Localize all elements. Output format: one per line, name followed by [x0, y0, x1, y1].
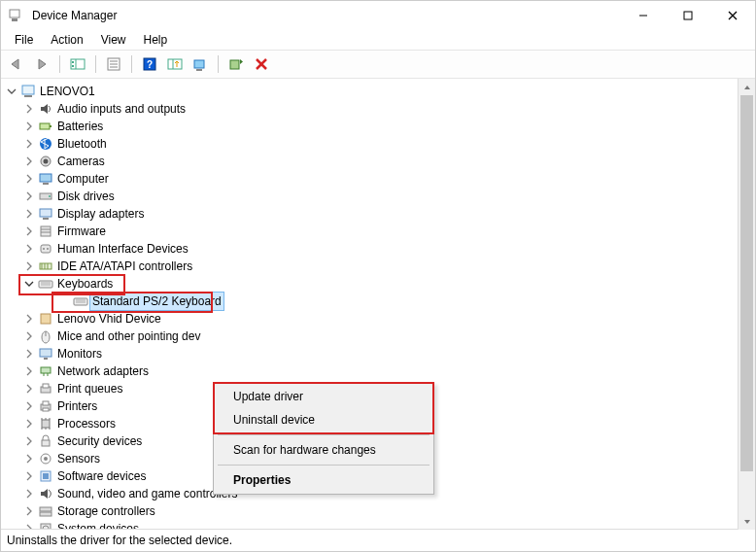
- menu-help[interactable]: Help: [136, 32, 176, 48]
- chevron-right-icon[interactable]: [22, 155, 36, 168]
- tree-node[interactable]: IDE ATA/ATAPI controllers: [5, 258, 738, 275]
- enable-device-button[interactable]: [224, 52, 248, 76]
- tree-node-label: Keyboards: [57, 275, 113, 293]
- chevron-down-icon[interactable]: [22, 277, 36, 291]
- svg-rect-19: [196, 69, 202, 71]
- chevron-right-icon[interactable]: [22, 522, 36, 530]
- tree-node[interactable]: Bluetooth: [5, 135, 738, 153]
- tree-node-label: Mice and other pointing dev: [57, 328, 200, 345]
- tree-node[interactable]: System devices: [5, 520, 738, 530]
- vertical-scrollbar[interactable]: [738, 79, 755, 530]
- chevron-right-icon[interactable]: [22, 259, 36, 273]
- chevron-right-icon[interactable]: [22, 207, 36, 221]
- chevron-right-icon[interactable]: [22, 312, 36, 326]
- printq-icon: [38, 381, 53, 397]
- svg-point-33: [49, 195, 51, 197]
- svg-point-40: [43, 248, 45, 250]
- scroll-thumb[interactable]: [740, 95, 753, 471]
- tree-node-label: Sound, video and game controllers: [57, 485, 237, 502]
- drive-icon: [38, 189, 53, 204]
- context-update-driver[interactable]: Update driver: [216, 385, 431, 408]
- sensor-icon: [38, 451, 53, 466]
- scroll-up-button[interactable]: [739, 79, 755, 95]
- chevron-right-icon[interactable]: [22, 190, 36, 203]
- scan-hardware-button[interactable]: [189, 52, 212, 76]
- chevron-right-icon[interactable]: [22, 382, 36, 396]
- close-button[interactable]: [710, 1, 755, 30]
- chevron-right-icon[interactable]: [22, 242, 36, 256]
- mouse-icon: [38, 328, 53, 344]
- camera-icon: [38, 154, 53, 169]
- tree-node[interactable]: Batteries: [5, 118, 738, 135]
- computer-icon: [20, 84, 36, 99]
- menu-view[interactable]: View: [93, 32, 134, 48]
- show-hide-tree-button[interactable]: [66, 52, 89, 76]
- chevron-right-icon[interactable]: [22, 487, 36, 500]
- menu-file[interactable]: File: [7, 32, 41, 48]
- chevron-right-icon[interactable]: [22, 417, 36, 431]
- tree-node-label: Lenovo Vhid Device: [57, 310, 161, 328]
- menu-action[interactable]: Action: [43, 32, 90, 48]
- svg-rect-72: [42, 440, 50, 446]
- svg-rect-79: [41, 524, 51, 530]
- tree-node[interactable]: Audio inputs and outputs: [5, 100, 738, 118]
- chevron-right-icon[interactable]: [22, 329, 36, 343]
- chevron-right-icon[interactable]: [22, 172, 36, 186]
- tree-node-label: Monitors: [57, 345, 102, 362]
- tree-node[interactable]: Computer: [5, 170, 738, 188]
- tree-node[interactable]: Firmware: [5, 223, 738, 240]
- tree-node-label: System devices: [57, 520, 139, 530]
- chevron-right-icon[interactable]: [22, 224, 36, 238]
- tree-node[interactable]: Mice and other pointing dev: [5, 328, 738, 345]
- svg-rect-56: [44, 358, 48, 360]
- tree-node[interactable]: Display adapters: [5, 205, 738, 223]
- menubar: File Action View Help: [1, 30, 755, 50]
- bluetooth-icon: [38, 136, 53, 152]
- svg-rect-0: [10, 10, 19, 17]
- tree-node[interactable]: Human Interface Devices: [5, 240, 738, 258]
- tree-root[interactable]: LENOVO1: [5, 83, 738, 100]
- svg-rect-24: [24, 95, 32, 97]
- chevron-down-icon[interactable]: [5, 85, 18, 98]
- minimize-button[interactable]: [621, 1, 666, 30]
- chevron-right-icon[interactable]: [22, 504, 36, 518]
- forward-button[interactable]: [30, 52, 53, 76]
- monitor-icon: [38, 171, 53, 187]
- chevron-right-icon[interactable]: [22, 347, 36, 361]
- tree-child-node[interactable]: Standard PS/2 Keyboard: [5, 293, 738, 310]
- chevron-right-icon[interactable]: [22, 469, 36, 483]
- tree-node-label: Cameras: [57, 153, 105, 170]
- back-button[interactable]: [5, 52, 28, 76]
- tree-node[interactable]: Lenovo Vhid Device: [5, 310, 738, 328]
- maximize-button[interactable]: [666, 1, 710, 30]
- software-icon: [38, 468, 53, 484]
- chevron-right-icon[interactable]: [22, 137, 36, 151]
- scroll-track[interactable]: [739, 95, 755, 513]
- update-driver-button[interactable]: [163, 52, 187, 76]
- chevron-right-icon[interactable]: [22, 452, 36, 466]
- scroll-down-button[interactable]: [739, 513, 755, 530]
- tree-node-label: Disk drives: [57, 188, 115, 205]
- network-icon: [38, 363, 53, 379]
- chevron-right-icon[interactable]: [22, 399, 36, 413]
- tree-node[interactable]: Disk drives: [5, 188, 738, 205]
- tree-node[interactable]: Cameras: [5, 153, 738, 170]
- chevron-right-icon[interactable]: [22, 364, 36, 378]
- tree-node[interactable]: Keyboards: [5, 275, 738, 293]
- chevron-right-icon[interactable]: [22, 120, 36, 133]
- tree-node[interactable]: Monitors: [5, 345, 738, 362]
- lock-icon: [38, 433, 53, 449]
- context-properties[interactable]: Properties: [216, 468, 431, 492]
- svg-rect-9: [72, 65, 74, 67]
- chevron-right-icon[interactable]: [22, 102, 36, 116]
- context-uninstall-device[interactable]: Uninstall device: [216, 408, 431, 431]
- context-scan-hardware[interactable]: Scan for hardware changes: [216, 438, 431, 462]
- chevron-right-icon[interactable]: [22, 434, 36, 448]
- svg-rect-23: [22, 86, 34, 94]
- tree-child-label: Standard PS/2 Keyboard: [89, 292, 224, 311]
- properties-button[interactable]: [102, 52, 125, 76]
- tree-node[interactable]: Network adapters: [5, 362, 738, 380]
- help-button[interactable]: ?: [138, 52, 161, 76]
- uninstall-device-button[interactable]: [250, 52, 273, 76]
- tree-node[interactable]: Storage controllers: [5, 502, 738, 520]
